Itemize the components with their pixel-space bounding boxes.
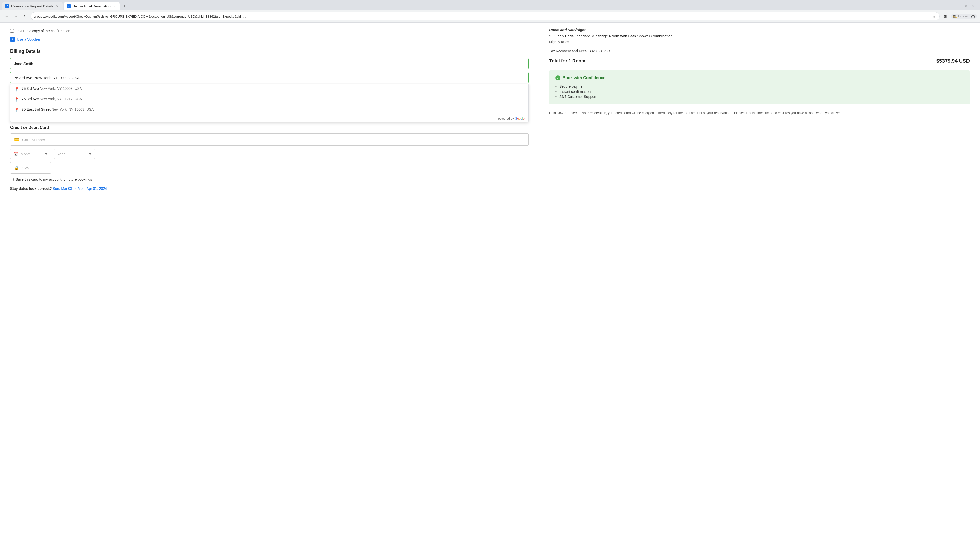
addr-main-2: 75 3rd Ave [22, 97, 40, 101]
tab-secure-hotel[interactable]: Z Secure Hotel Reservation ✕ [64, 2, 120, 10]
stay-dates-row: Stay dates look correct? Sun, Mar 03 → M… [10, 186, 528, 191]
billing-title: Billing Details [10, 49, 528, 54]
tab2-favicon: Z [67, 4, 71, 8]
month-select[interactable]: 📅 Month ▼ [10, 149, 51, 159]
url-text: groups.expedia.com/Accept/CheckOut.htm?s… [34, 14, 929, 18]
tab-reservation-request[interactable]: Z Reservation Request Details ✕ [2, 2, 62, 10]
address-input[interactable] [10, 72, 528, 83]
url-bar[interactable]: groups.expedia.com/Accept/CheckOut.htm?s… [30, 12, 940, 21]
new-tab-button[interactable]: + [121, 3, 128, 10]
confidence-title-text: Book with Confidence [563, 76, 605, 80]
nightly-rates: Nightly rates [549, 40, 970, 44]
bookmark-icon[interactable]: ☆ [931, 14, 936, 19]
right-panel: Room and Rate/Night 2 Queen Beds Standar… [539, 23, 980, 551]
refresh-button[interactable]: ↻ [21, 13, 29, 20]
addr-secondary-3: New York, NY 10003, USA [52, 107, 94, 111]
addr-main-1: 75 3rd Ave [22, 86, 40, 91]
text-me-checkbox[interactable] [10, 29, 14, 33]
left-panel: Text me a copy of the confirmation + Use… [0, 23, 539, 551]
stay-dates-label: Stay dates look correct? [10, 186, 52, 191]
confidence-title: ✓ Book with Confidence [555, 75, 964, 80]
window-controls: — ⧉ ✕ [956, 3, 978, 9]
save-card-checkbox[interactable] [10, 178, 14, 181]
addr-secondary-2: New York, NY 11217, USA [40, 97, 82, 101]
stay-dates-value: Sun, Mar 03 → Mon, Apr 01, 2024 [53, 186, 107, 191]
total-row: Total for 1 Room: $5379.94 USD [549, 58, 970, 64]
autocomplete-item-3[interactable]: 📍 75 East 3rd Street New York, NY 10003,… [11, 105, 528, 115]
autocomplete-dropdown: 📍 75 3rd Ave New York, NY 10003, USA 📍 7… [10, 84, 528, 122]
room-type: 2 Queen Beds Standard Minifridge Room wi… [549, 33, 970, 39]
autocomplete-text-1: 75 3rd Ave New York, NY 10003, USA [22, 86, 82, 91]
save-card-label[interactable]: Save this card to my account for future … [16, 177, 92, 181]
pin-icon-1: 📍 [14, 87, 19, 92]
expiry-row: 📅 Month ▼ Year ▼ [10, 149, 528, 159]
pin-icon-2: 📍 [14, 97, 19, 102]
total-amount: $5379.94 USD [936, 58, 970, 64]
powered-by: powered by Google [11, 115, 528, 122]
tab-bar: Z Reservation Request Details ✕ Z Secure… [0, 0, 980, 10]
tab1-favicon: Z [5, 4, 9, 8]
card-icon: 💳 [14, 137, 20, 142]
voucher-icon: + [10, 37, 15, 41]
addr-main-3: 75 East 3rd Street [22, 107, 52, 111]
incognito-label: Incognito (2) [958, 14, 975, 18]
check-circle-icon: ✓ [555, 75, 560, 80]
addr-secondary-1: New York, NY 10003, USA [40, 86, 82, 91]
autocomplete-item-2[interactable]: 📍 75 3rd Ave New York, NY 11217, USA [11, 94, 528, 105]
incognito-badge: 🕵 Incognito (2) [951, 14, 977, 19]
card-number-wrapper[interactable]: 💳 Card Number [10, 133, 528, 146]
room-info: Room and Rate/Night 2 Queen Beds Standar… [549, 28, 970, 44]
autocomplete-item-1[interactable]: 📍 75 3rd Ave New York, NY 10003, USA [11, 84, 528, 94]
year-chevron-icon: ▼ [89, 152, 92, 156]
lock-icon: 🔒 [14, 165, 19, 170]
paid-now-text: Paid Now :: To secure your reservation, … [549, 110, 970, 116]
name-input[interactable] [10, 58, 528, 69]
cvv-placeholder: CVV [22, 166, 30, 170]
save-card-row: Save this card to my account for future … [10, 177, 528, 181]
text-me-row: Text me a copy of the confirmation [10, 29, 528, 33]
extensions-icon[interactable]: ⊞ [942, 13, 949, 20]
confidence-box: ✓ Book with Confidence Secure payment In… [549, 70, 970, 104]
confidence-list: Secure payment Instant confirmation 24/7… [555, 84, 964, 99]
address-bar: ← → ↻ groups.expedia.com/Accept/CheckOut… [0, 10, 980, 22]
card-number-placeholder: Card Number [22, 138, 45, 142]
month-label: Month [21, 152, 43, 156]
voucher-row[interactable]: + Use a Voucher [10, 37, 528, 41]
cvv-wrapper[interactable]: 🔒 CVV [10, 162, 51, 174]
year-label: Year [57, 152, 86, 156]
total-label: Total for 1 Room: [549, 59, 587, 64]
confidence-item-3: 24/7 Customer Support [555, 94, 964, 99]
calendar-icon: 📅 [14, 151, 19, 156]
minimize-button[interactable]: — [956, 3, 962, 9]
room-rate-title: Room and Rate/Night [549, 28, 970, 32]
tab2-label: Secure Hotel Reservation [73, 4, 110, 8]
confidence-item-1: Secure payment [555, 84, 964, 89]
confidence-item-2: Instant confirmation [555, 89, 964, 94]
close-button[interactable]: ✕ [971, 3, 976, 9]
tab1-close[interactable]: ✕ [56, 4, 59, 8]
voucher-label[interactable]: Use a Voucher [17, 37, 40, 41]
credit-title: Credit or Debit Card [10, 125, 528, 130]
incognito-icon: 🕵 [953, 14, 957, 18]
tab1-label: Reservation Request Details [11, 4, 53, 8]
autocomplete-text-3: 75 East 3rd Street New York, NY 10003, U… [22, 107, 94, 111]
google-logo: Google [515, 117, 525, 121]
month-chevron-icon: ▼ [45, 152, 48, 156]
tab2-close[interactable]: ✕ [113, 4, 117, 8]
maximize-button[interactable]: ⧉ [964, 3, 969, 9]
forward-button[interactable]: → [12, 13, 19, 20]
text-me-label[interactable]: Text me a copy of the confirmation [16, 29, 70, 33]
autocomplete-text-2: 75 3rd Ave New York, NY 11217, USA [22, 97, 82, 101]
browser-chrome: Z Reservation Request Details ✕ Z Secure… [0, 0, 980, 23]
tax-info: Tax Recovery and Fees: $828.68 USD [549, 49, 970, 53]
page-content: Text me a copy of the confirmation + Use… [0, 23, 980, 551]
year-select[interactable]: Year ▼ [54, 149, 95, 159]
back-button[interactable]: ← [3, 13, 10, 20]
pin-icon-3: 📍 [14, 108, 19, 113]
